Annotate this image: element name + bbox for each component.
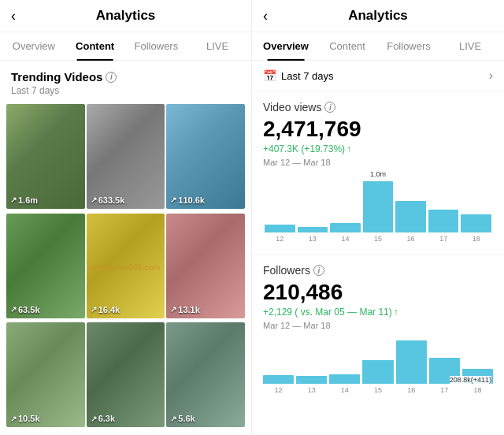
followers-title: Followers i (263, 264, 493, 277)
tab-content-right[interactable]: Content (317, 32, 378, 60)
video-views-number: 2,471,769 (263, 117, 493, 142)
trending-title: Trending Videos i (11, 70, 240, 84)
followers-bar-label: 18 (462, 386, 493, 394)
video-grid: ↗1.6m ↗633.5k ↗110.6k ↗63.5k ↗16.4k ↗13. (0, 99, 251, 435)
video-cell-5[interactable]: ↗16.4k (87, 214, 165, 318)
bar-label: 13 (309, 235, 317, 243)
left-header-title: Analytics (96, 8, 156, 24)
bar-label: 15 (374, 235, 382, 243)
bar-label: 12 (276, 235, 284, 243)
video-cell-1[interactable]: ↗1.6m (6, 104, 85, 209)
bar (461, 214, 491, 232)
tab-live-left[interactable]: LIVE (187, 32, 248, 60)
bar-col (461, 214, 491, 232)
bar-col (395, 201, 426, 232)
video-cell-6[interactable]: ↗13.1k (166, 214, 245, 318)
video-cell-3[interactable]: ↗110.6k (166, 104, 245, 209)
chevron-right-icon: › (489, 69, 493, 83)
date-range-label: Last 7 days (281, 70, 334, 82)
followers-change: +2,129 ( vs. Mar 05 — Mar 11) ↑ (263, 307, 493, 318)
bar (428, 210, 459, 232)
followers-bar (396, 340, 427, 384)
tab-overview-right[interactable]: Overview (255, 32, 317, 60)
followers-section: Followers i 210,486 +2,129 ( vs. Mar 05 … (252, 255, 504, 409)
video-cell-9[interactable]: ↗5.6k (166, 322, 245, 427)
followers-info-icon[interactable]: i (313, 265, 324, 276)
followers-bar (263, 375, 294, 384)
video-views-up-arrow: ↑ (346, 143, 351, 154)
calendar-icon: 📅 (263, 69, 276, 82)
bar-label: 16 (407, 235, 415, 243)
bar-label: 14 (341, 235, 349, 243)
bar-col (265, 225, 295, 232)
video-views-title: Video views i (263, 101, 493, 113)
followers-bar-label: 17 (429, 386, 460, 394)
video-cell-8[interactable]: ↗6.3k (87, 322, 165, 427)
right-panel: ‹ Analytics Overview Content Followers L… (252, 0, 504, 435)
tab-followers-right[interactable]: Followers (378, 32, 439, 60)
right-header-title: Analytics (348, 8, 408, 24)
video-views-info-icon[interactable]: i (324, 102, 335, 113)
followers-bar (362, 360, 393, 384)
bar (298, 227, 328, 232)
followers-peak-label: 208.8k(+411) (450, 376, 491, 384)
video-views-period: Mar 12 — Mar 18 (263, 158, 493, 167)
followers-bar (296, 376, 327, 384)
bar: 1.0m (363, 181, 394, 232)
tab-followers-left[interactable]: Followers (126, 32, 187, 60)
video-label-7: ↗10.5k (10, 414, 40, 423)
bar (395, 201, 426, 232)
right-tabs: Overview Content Followers LIVE (252, 32, 504, 61)
left-panel: ‹ Analytics Overview Content Followers L… (0, 0, 252, 435)
video-views-change: +407.3K (+19.73%) ↑ (263, 143, 493, 154)
trending-info-icon[interactable]: i (106, 72, 117, 83)
video-label-5: ↗16.4k (91, 305, 120, 314)
tab-live-right[interactable]: LIVE (439, 32, 501, 60)
video-label-1: ↗1.6m (10, 195, 38, 205)
followers-chart: 12131415161718 208.8k(+411) (263, 336, 493, 400)
video-cell-4[interactable]: ↗63.5k (6, 214, 85, 318)
video-label-3: ↗110.6k (170, 195, 205, 205)
left-header: ‹ Analytics (0, 0, 251, 32)
video-cell-2[interactable]: ↗633.5k (87, 104, 165, 209)
video-cell-7[interactable]: ↗10.5k (6, 322, 85, 427)
followers-bar-label: 12 (263, 386, 294, 394)
video-label-6: ↗13.1k (170, 305, 200, 314)
video-label-8: ↗6.3k (91, 414, 115, 423)
video-label-2: ↗633.5k (91, 195, 125, 205)
followers-bar-label: 16 (396, 386, 427, 394)
bar-label: 18 (472, 235, 480, 243)
followers-bar-label: 14 (329, 386, 360, 394)
left-tabs: Overview Content Followers LIVE (0, 32, 251, 61)
bar-col (298, 227, 328, 232)
followers-number: 210,486 (263, 280, 493, 305)
followers-period: Mar 12 — Mar 18 (263, 321, 493, 330)
bar-col (330, 223, 361, 232)
video-label-4: ↗63.5k (10, 305, 40, 314)
tab-content-left[interactable]: Content (65, 32, 126, 60)
video-views-section: Video views i 2,471,769 +407.3K (+19.73%… (252, 91, 504, 255)
bar-peak-label: 1.0m (370, 170, 386, 178)
bar-col (428, 210, 459, 232)
bar (330, 223, 361, 232)
date-range: 📅 Last 7 days (263, 69, 334, 82)
left-back-button[interactable]: ‹ (11, 8, 16, 24)
bar (265, 225, 295, 232)
date-range-row[interactable]: 📅 Last 7 days › (252, 61, 504, 91)
followers-bar (329, 374, 360, 384)
bar-label: 17 (439, 235, 447, 243)
trending-section-header: Trending Videos i Last 7 days (0, 61, 251, 99)
right-back-button[interactable]: ‹ (263, 8, 268, 24)
video-views-chart: 1.0m 12131415161718 (263, 173, 493, 244)
tab-overview-left[interactable]: Overview (3, 32, 65, 60)
followers-bar-label: 15 (362, 386, 393, 394)
followers-bar-label: 13 (296, 386, 327, 394)
bar-col: 1.0m (363, 181, 394, 232)
trending-subtitle: Last 7 days (11, 85, 240, 96)
followers-up-arrow: ↑ (394, 307, 398, 318)
right-header: ‹ Analytics (252, 0, 504, 32)
video-label-9: ↗5.6k (170, 414, 195, 423)
